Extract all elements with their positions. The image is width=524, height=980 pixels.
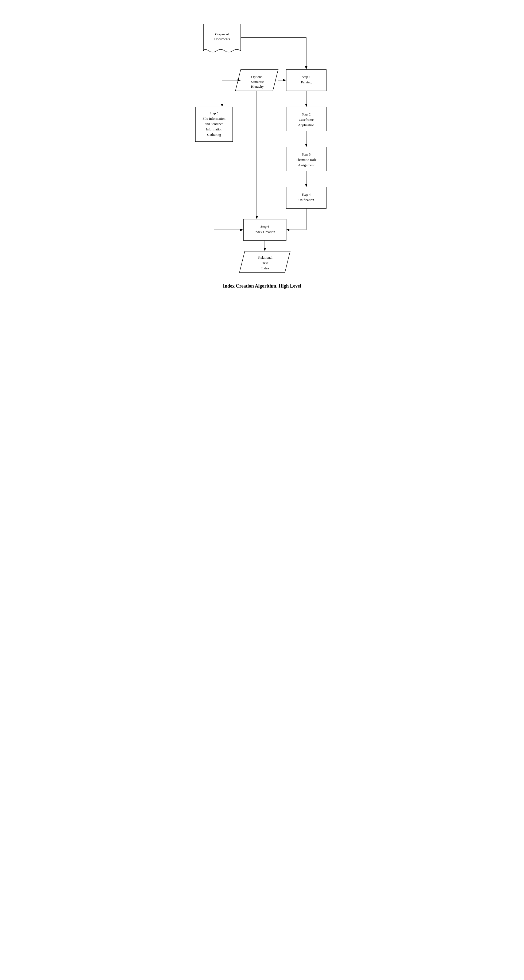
corpus-label: Corpus of xyxy=(215,32,229,36)
step2-label1: Step 2 xyxy=(302,112,311,116)
step3-label2: Thematic Role xyxy=(296,158,316,162)
step6-node: Step 6 Index Creation xyxy=(243,219,286,240)
step2-label3: Application xyxy=(298,123,314,127)
step5-node: Step 5 File Information and Sentence Inf… xyxy=(195,107,233,142)
diagram-container: Corpus of Documents Optional Semantic Hi… xyxy=(182,5,342,305)
step5-label3: and Sentence xyxy=(205,122,223,126)
step3-label1: Step 3 xyxy=(302,152,311,156)
step1-node: Step 1 Parsing xyxy=(286,70,326,91)
step1-label2: Parsing xyxy=(301,80,311,84)
corpus-node: Corpus of Documents xyxy=(203,24,241,52)
step6-label2: Index Creation xyxy=(254,230,275,234)
step3-label3: Assignment xyxy=(298,163,314,167)
step6-label1: Step 6 xyxy=(260,224,269,229)
step2-label2: Caseframe xyxy=(299,118,314,122)
step4-label2: Unification xyxy=(298,198,314,202)
step5-label2: File Information xyxy=(203,116,225,121)
step1-label1: Step 1 xyxy=(302,75,311,79)
step5-label1: Step 5 xyxy=(210,111,218,115)
step3-node: Step 3 Thematic Role Assignment xyxy=(286,147,326,171)
corpus-label2: Documents xyxy=(214,37,230,41)
semantic-label2: Semantic xyxy=(251,80,264,84)
step2-node: Step 2 Caseframe Application xyxy=(286,107,326,131)
relational-label1: Relational xyxy=(258,256,273,259)
diagram-title: Index Creation Algorithm, High Level xyxy=(187,283,337,289)
step5-label4: Information xyxy=(205,127,222,131)
semantic-label1: Optional xyxy=(251,75,264,79)
semantic-label3: Hierachy xyxy=(251,84,264,89)
step5-label5: Gathering xyxy=(207,132,221,137)
semantic-node: Optional Semantic Hierachy xyxy=(235,70,278,91)
step4-label1: Step 4 xyxy=(302,192,311,196)
relational-node: Relational Text Index xyxy=(240,251,290,273)
step4-node: Step 4 Unification xyxy=(286,187,326,208)
relational-label3: Index xyxy=(261,266,269,270)
relational-label2: Text xyxy=(262,261,268,265)
